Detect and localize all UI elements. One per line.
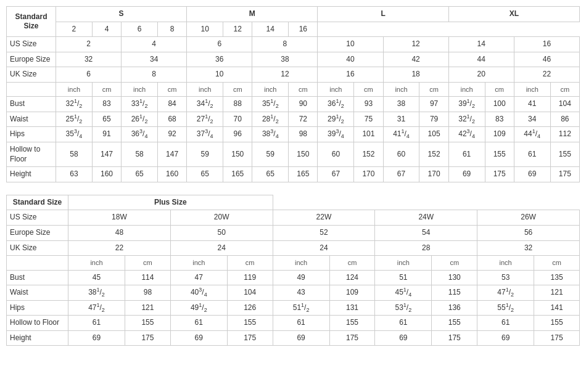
europe-size-label: Europe Size — [7, 52, 56, 67]
uk-size-label: UK Size — [7, 67, 56, 83]
us-2: 2 — [56, 37, 122, 52]
m-header: M — [187, 7, 318, 22]
us-16: 16 — [514, 37, 579, 52]
hollow-to-floor-label: Hollow to Floor — [7, 142, 56, 167]
l-header: L — [318, 7, 448, 22]
bust-label: Bust — [7, 97, 56, 112]
xl-header: XL — [448, 7, 579, 22]
standard-size-header: StandardSize — [7, 7, 56, 37]
us-12: 12 — [223, 22, 252, 37]
hollow-to-floor-label2: Hollow to Floor — [7, 316, 68, 331]
s-header: S — [56, 7, 187, 22]
us-10: 10 — [187, 22, 223, 37]
us-8: 8 — [158, 22, 187, 37]
bust-label2: Bust — [7, 270, 68, 285]
us-12: 12 — [383, 37, 448, 52]
us-2: 2 — [56, 22, 93, 37]
us-size-label: US Size — [7, 37, 56, 52]
waist-label: Waist — [7, 112, 56, 127]
europe-size-label2: Europe Size — [7, 226, 68, 241]
us-4: 4 — [92, 22, 121, 37]
hips-label: Hips — [7, 127, 56, 142]
us-size-label2: US Size — [7, 210, 68, 226]
plus-size-table: Standard Size Plus Size US Size 18W 20W … — [6, 195, 580, 346]
us-6: 6 — [187, 37, 252, 52]
us-14: 14 — [448, 37, 514, 52]
us-6: 6 — [122, 22, 158, 37]
us-4: 4 — [122, 37, 187, 52]
us-14: 14 — [252, 22, 289, 37]
standard-size-table: StandardSize S M L XL 2 4 6 8 10 12 14 1… — [6, 6, 580, 182]
us-8: 8 — [252, 37, 318, 52]
waist-label2: Waist — [7, 285, 68, 301]
height-label2: Height — [7, 330, 68, 346]
height-label: Height — [7, 167, 56, 182]
hips-label2: Hips — [7, 300, 68, 316]
us-16: 16 — [289, 22, 318, 37]
plus-size-header: Plus Size — [68, 195, 273, 210]
uk-size-label2: UK Size — [7, 240, 68, 256]
standard-size-header2: Standard Size — [7, 195, 68, 210]
us-10: 10 — [318, 37, 383, 52]
